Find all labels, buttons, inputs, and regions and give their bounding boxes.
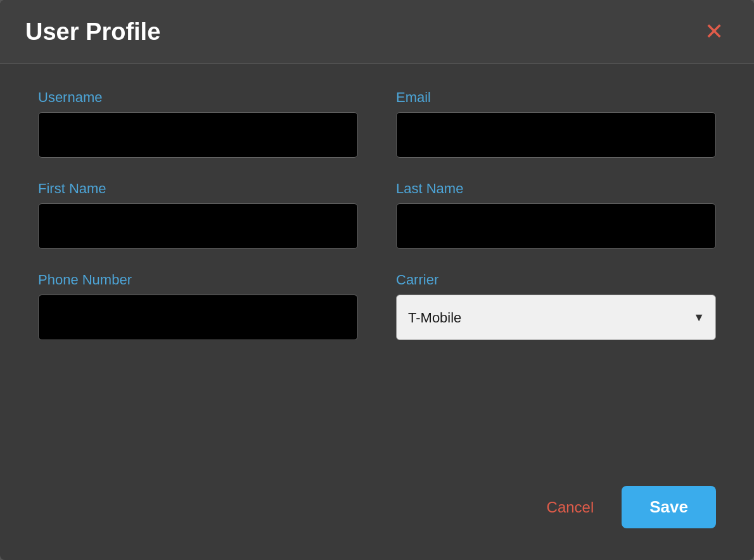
phone-input[interactable]: [38, 295, 358, 340]
user-profile-dialog: User Profile ✕ Username Email First Name…: [0, 0, 754, 560]
first-name-label: First Name: [38, 181, 358, 197]
first-name-input[interactable]: [38, 203, 358, 249]
form-group-email: Email: [396, 89, 716, 158]
email-input[interactable]: [396, 112, 716, 158]
dialog-header: User Profile ✕: [0, 0, 754, 64]
form-group-username: Username: [38, 89, 358, 158]
carrier-label: Carrier: [396, 272, 716, 288]
last-name-label: Last Name: [396, 181, 716, 197]
form-row-phone-carrier: Phone Number Carrier T-Mobile AT&T Veriz…: [38, 272, 716, 340]
form-row-name: First Name Last Name: [38, 181, 716, 249]
dialog-title: User Profile: [25, 18, 160, 46]
form-group-phone: Phone Number: [38, 272, 358, 340]
carrier-select[interactable]: T-Mobile AT&T Verizon Sprint Other: [396, 295, 716, 340]
phone-label: Phone Number: [38, 272, 358, 288]
cancel-button[interactable]: Cancel: [534, 491, 607, 524]
save-button[interactable]: Save: [622, 486, 716, 528]
form-group-first-name: First Name: [38, 181, 358, 249]
last-name-input[interactable]: [396, 203, 716, 249]
username-label: Username: [38, 89, 358, 106]
carrier-select-wrapper: T-Mobile AT&T Verizon Sprint Other ▼: [396, 295, 716, 340]
form-group-carrier: Carrier T-Mobile AT&T Verizon Sprint Oth…: [396, 272, 716, 340]
close-button[interactable]: ✕: [700, 18, 729, 46]
username-input[interactable]: [38, 112, 358, 158]
form-group-last-name: Last Name: [396, 181, 716, 249]
dialog-body: Username Email First Name Last Name Phon…: [0, 64, 754, 473]
dialog-footer: Cancel Save: [0, 473, 754, 560]
email-label: Email: [396, 89, 716, 106]
form-row-username-email: Username Email: [38, 89, 716, 158]
